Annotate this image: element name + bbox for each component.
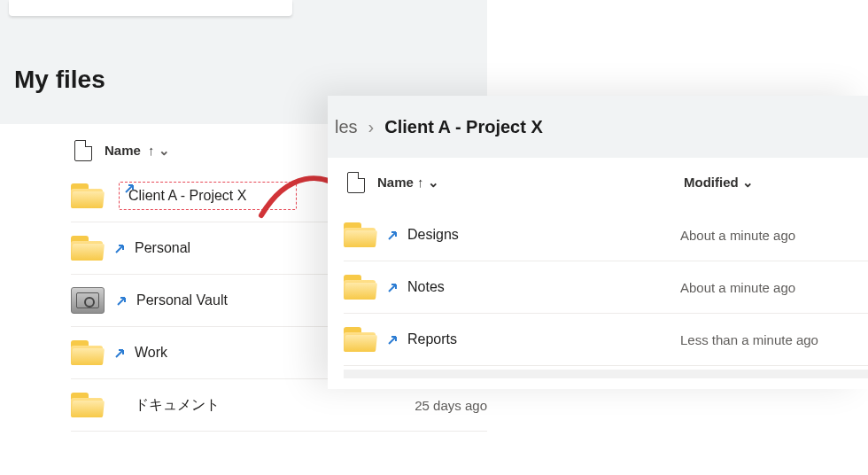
column-name-label: Name — [105, 143, 141, 158]
file-list-b: Name ↑ ⌄ Modified ⌄ DesignsAbout a minut… — [328, 158, 868, 389]
column-name-header[interactable]: Name ↑ ⌄ — [105, 143, 170, 159]
horizontal-scrollbar[interactable] — [344, 370, 868, 378]
breadcrumb: les › Client A - Project X — [328, 96, 868, 158]
folder-icon — [344, 275, 376, 300]
file-row[interactable]: NotesAbout a minute ago — [344, 261, 868, 314]
modified-date: Less than a minute ago — [680, 332, 818, 347]
column-header-row: Name ↑ ⌄ Modified ⌄ — [344, 172, 868, 209]
modified-date: 25 days ago — [415, 398, 487, 413]
file-type-icon — [347, 172, 365, 193]
file-name: Client A - Project X — [128, 188, 246, 203]
column-name-label: Name — [377, 175, 414, 190]
folder-icon — [71, 183, 103, 208]
page-title: My files — [14, 66, 105, 94]
folder-icon — [71, 236, 103, 261]
column-name-header[interactable]: Name ↑ ⌄ — [377, 175, 439, 191]
file-name: Notes — [407, 279, 445, 295]
breadcrumb-current: Client A - Project X — [384, 117, 543, 137]
file-name: Reports — [407, 331, 457, 347]
breadcrumb-parent[interactable]: les — [335, 117, 358, 137]
file-row[interactable]: DesignsAbout a minute ago — [344, 209, 868, 261]
chevron-right-icon: › — [368, 117, 375, 137]
sort-arrow-icon: ↑ — [148, 143, 155, 158]
file-name: Designs — [407, 227, 459, 243]
file-type-icon — [74, 140, 92, 161]
folder-icon — [344, 222, 376, 247]
chevron-down-icon[interactable]: ⌄ — [159, 143, 170, 158]
file-name: Personal — [135, 240, 190, 256]
file-row[interactable]: ReportsLess than a minute ago — [344, 314, 868, 366]
column-modified-header[interactable]: Modified ⌄ — [684, 175, 754, 191]
folder-icon — [71, 340, 103, 365]
panel-folder-detail: les › Client A - Project X Name ↑ ⌄ Modi… — [328, 96, 868, 389]
sort-arrow-icon: ↑ — [417, 175, 424, 190]
file-name: ドキュメント — [135, 396, 220, 415]
highlight-box: Client A - Project X — [119, 182, 297, 210]
folder-icon — [344, 327, 376, 352]
file-name: Personal Vault — [136, 292, 228, 308]
file-name: Work — [135, 345, 167, 361]
folder-icon — [71, 393, 103, 417]
modified-date: About a minute ago — [680, 280, 795, 295]
vault-icon — [71, 287, 105, 314]
modified-date: About a minute ago — [680, 228, 795, 243]
chevron-down-icon[interactable]: ⌄ — [428, 175, 439, 190]
column-modified-label: Modified — [684, 175, 739, 190]
window-tab — [9, 0, 292, 16]
chevron-down-icon[interactable]: ⌄ — [742, 175, 754, 190]
